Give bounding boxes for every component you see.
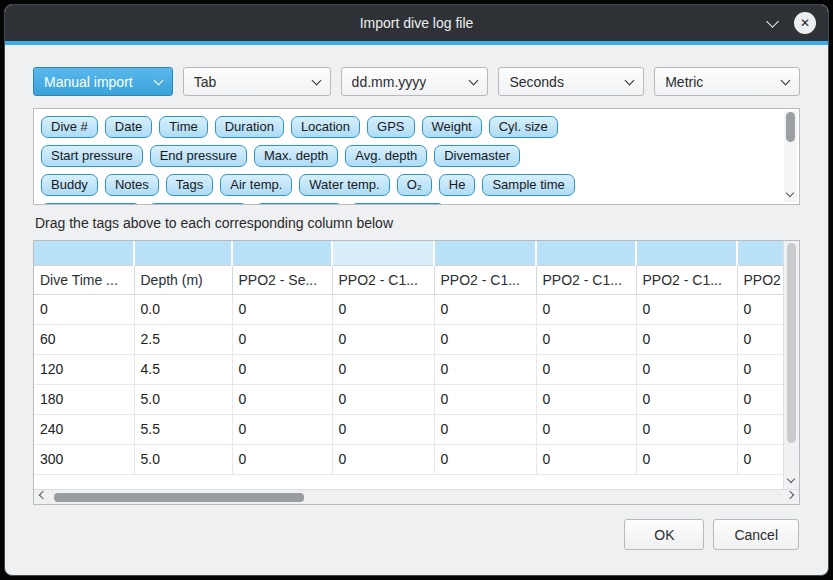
- tag-divemaster[interactable]: Divemaster: [434, 145, 520, 167]
- table-cell[interactable]: 300: [34, 444, 134, 474]
- table-cell[interactable]: 0: [636, 384, 737, 414]
- table-cell[interactable]: 0: [737, 324, 783, 354]
- column-header[interactable]: PPO2 - C1...: [434, 265, 536, 294]
- table-cell[interactable]: 0: [332, 294, 434, 324]
- table-cell[interactable]: 0: [636, 294, 737, 324]
- table-cell[interactable]: 0: [34, 294, 134, 324]
- table-cell[interactable]: 0: [332, 444, 434, 474]
- tag-end-pressure[interactable]: End pressure: [150, 145, 247, 167]
- table-cell[interactable]: 0: [332, 324, 434, 354]
- column-header[interactable]: Depth (m): [134, 265, 232, 294]
- combo-field-separator[interactable]: Tab: [183, 67, 331, 96]
- table-horizontal-scrollbar[interactable]: [34, 489, 799, 504]
- tag-gps[interactable]: GPS: [367, 116, 414, 138]
- table-cell[interactable]: 0: [232, 324, 332, 354]
- table-cell[interactable]: 0: [434, 414, 536, 444]
- table-cell[interactable]: 0: [434, 324, 536, 354]
- scroll-right-icon[interactable]: [786, 491, 794, 499]
- tag-avg-depth[interactable]: Avg. depth: [345, 145, 427, 167]
- column-drop-target[interactable]: [737, 241, 783, 265]
- scrollbar-handle[interactable]: [54, 493, 304, 502]
- tag-sample-time[interactable]: Sample time: [482, 174, 574, 196]
- table-cell[interactable]: 240: [34, 414, 134, 444]
- tag-panel-scrollbar[interactable]: [784, 111, 797, 202]
- column-drop-target[interactable]: [134, 241, 232, 265]
- ok-button[interactable]: OK: [624, 519, 704, 550]
- table-cell[interactable]: 5.0: [134, 444, 232, 474]
- tag-notes[interactable]: Notes: [105, 174, 159, 196]
- tag-dive[interactable]: Dive #: [41, 116, 98, 138]
- tag-sample-depth[interactable]: Sample depth: [41, 203, 141, 205]
- tag-sample-temp[interactable]: Sample temp.: [148, 203, 248, 205]
- table-cell[interactable]: 0: [232, 414, 332, 444]
- table-cell[interactable]: 0: [737, 354, 783, 384]
- table-cell[interactable]: 0: [536, 414, 636, 444]
- table-cell[interactable]: 60: [34, 324, 134, 354]
- tag-air-temp[interactable]: Air temp.: [220, 174, 292, 196]
- table-cell[interactable]: 0: [636, 414, 737, 444]
- scrollbar-handle[interactable]: [786, 112, 795, 142]
- table-cell[interactable]: 0: [232, 384, 332, 414]
- column-drop-target[interactable]: [636, 241, 737, 265]
- table-cell[interactable]: 4.5: [134, 354, 232, 384]
- tag-buddy[interactable]: Buddy: [41, 174, 98, 196]
- combo-duration-units[interactable]: Seconds: [498, 67, 644, 96]
- tag-he[interactable]: He: [439, 174, 476, 196]
- close-button[interactable]: ✕: [794, 12, 816, 34]
- table-cell[interactable]: 0: [232, 294, 332, 324]
- combo-date-format[interactable]: dd.mm.yyyy: [341, 67, 489, 96]
- table-cell[interactable]: 0: [434, 354, 536, 384]
- table-cell[interactable]: 0: [636, 444, 737, 474]
- table-cell[interactable]: 0: [737, 414, 783, 444]
- table-cell[interactable]: 0: [636, 324, 737, 354]
- column-drop-target[interactable]: [332, 241, 434, 265]
- tag-location[interactable]: Location: [291, 116, 360, 138]
- scroll-down-icon[interactable]: [787, 475, 795, 483]
- tag-cyl-size[interactable]: Cyl. size: [489, 116, 558, 138]
- column-header[interactable]: PPO2: [737, 265, 783, 294]
- table-cell[interactable]: 0: [232, 354, 332, 384]
- table-cell[interactable]: 5.5: [134, 414, 232, 444]
- table-cell[interactable]: 0: [737, 384, 783, 414]
- column-header[interactable]: Dive Time ...: [34, 265, 134, 294]
- combo-unit-system[interactable]: Metric: [654, 67, 800, 96]
- column-header[interactable]: PPO2 - C1...: [636, 265, 737, 294]
- column-header[interactable]: PPO2 - C1...: [536, 265, 636, 294]
- table-cell[interactable]: 0: [536, 444, 636, 474]
- column-drop-target[interactable]: [232, 241, 332, 265]
- table-cell[interactable]: 0: [536, 354, 636, 384]
- table-cell[interactable]: 0: [332, 384, 434, 414]
- tag-weight[interactable]: Weight: [422, 116, 482, 138]
- tag-sample-po[interactable]: Sample po₂: [255, 203, 342, 205]
- column-header[interactable]: PPO2 - Se...: [232, 265, 332, 294]
- table-cell[interactable]: 0: [332, 354, 434, 384]
- tag-time[interactable]: Time: [159, 116, 207, 138]
- tag-tags[interactable]: Tags: [166, 174, 213, 196]
- tag-duration[interactable]: Duration: [215, 116, 284, 138]
- table-cell[interactable]: 0: [332, 414, 434, 444]
- tag-o[interactable]: O₂: [397, 174, 432, 196]
- table-cell[interactable]: 180: [34, 384, 134, 414]
- table-cell[interactable]: 5.0: [134, 384, 232, 414]
- cancel-button[interactable]: Cancel: [713, 519, 799, 550]
- scrollbar-handle[interactable]: [787, 243, 796, 443]
- table-cell[interactable]: 0: [737, 294, 783, 324]
- column-drop-target[interactable]: [34, 241, 134, 265]
- titlebar[interactable]: Import dive log file ✕: [5, 5, 828, 41]
- tag-water-temp[interactable]: Water temp.: [299, 174, 389, 196]
- table-cell[interactable]: 2.5: [134, 324, 232, 354]
- table-vertical-scrollbar[interactable]: [783, 241, 799, 489]
- tag-date[interactable]: Date: [105, 116, 152, 138]
- column-drop-target[interactable]: [536, 241, 636, 265]
- scroll-left-icon[interactable]: [39, 491, 47, 499]
- tag-max-depth[interactable]: Max. depth: [254, 145, 338, 167]
- table-cell[interactable]: 0: [434, 384, 536, 414]
- table-cell[interactable]: 0: [536, 324, 636, 354]
- table-cell[interactable]: 0: [636, 354, 737, 384]
- shade-window-icon[interactable]: [764, 15, 780, 31]
- table-cell[interactable]: 120: [34, 354, 134, 384]
- table-cell[interactable]: 0: [737, 444, 783, 474]
- combo-import-mode[interactable]: Manual import: [33, 67, 173, 96]
- tag-sample-cns[interactable]: Sample CNS: [350, 203, 445, 205]
- table-cell[interactable]: 0: [536, 384, 636, 414]
